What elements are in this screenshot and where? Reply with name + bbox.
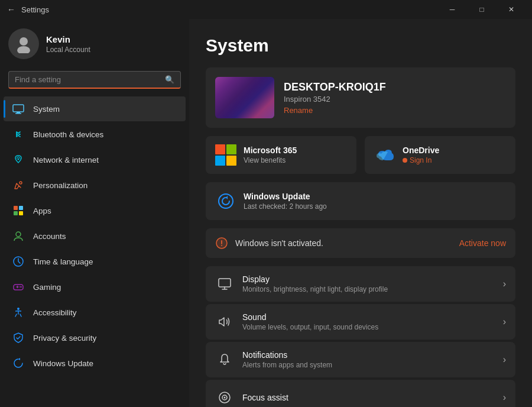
notifications-setting-row[interactable]: Notifications Alerts from apps and syste… bbox=[206, 342, 515, 377]
sound-title: Sound bbox=[242, 312, 495, 322]
network-icon bbox=[12, 153, 25, 166]
onedrive-card[interactable]: OneDrive Sign In bbox=[365, 136, 515, 174]
windows-update-card[interactable]: Windows Update Last checked: 2 hours ago bbox=[206, 182, 515, 220]
user-profile[interactable]: Kevin Local Account bbox=[0, 19, 189, 69]
sidebar-item-privacy[interactable]: Privacy & security bbox=[4, 325, 186, 350]
accessibility-icon bbox=[12, 306, 25, 319]
sidebar-item-gaming[interactable]: Gaming bbox=[4, 274, 186, 299]
user-account-type: Local Account bbox=[46, 46, 90, 54]
svg-rect-21 bbox=[219, 279, 231, 287]
system-icon bbox=[12, 102, 25, 115]
search-box[interactable]: 🔍 bbox=[8, 71, 181, 89]
sidebar-item-label-bluetooth: Bluetooth & devices bbox=[33, 130, 103, 139]
user-info: Kevin Local Account bbox=[46, 34, 90, 54]
update-title: Windows Update bbox=[244, 192, 327, 201]
update-subtitle: Last checked: 2 hours ago bbox=[244, 202, 327, 211]
sidebar-item-label-windows-update: Windows Update bbox=[33, 359, 93, 368]
focus-assist-title: Focus assist bbox=[242, 393, 495, 402]
sound-icon bbox=[215, 312, 234, 331]
sidebar: Kevin Local Account 🔍 Syst bbox=[0, 19, 189, 407]
windows-update-icon bbox=[12, 357, 25, 370]
gaming-icon bbox=[12, 280, 25, 293]
settings-list: Display Monitors, brightness, night ligh… bbox=[206, 266, 515, 407]
device-card[interactable]: DESKTOP-KROIQ1F Inspiron 3542 Rename bbox=[206, 67, 515, 128]
search-container: 🔍 bbox=[0, 69, 189, 96]
privacy-icon bbox=[12, 331, 25, 344]
sound-subtitle: Volume levels, output, input, sound devi… bbox=[242, 323, 495, 331]
notifications-text: Notifications Alerts from apps and syste… bbox=[242, 350, 495, 369]
sidebar-item-label-privacy: Privacy & security bbox=[33, 334, 96, 343]
sidebar-item-accessibility[interactable]: Accessibility bbox=[4, 300, 186, 325]
sidebar-item-apps[interactable]: Apps bbox=[4, 198, 186, 223]
sidebar-item-label-apps: Apps bbox=[33, 206, 51, 215]
svg-point-5 bbox=[18, 159, 20, 160]
focus-assist-icon bbox=[215, 388, 234, 407]
ms365-subtitle: View benefits bbox=[244, 156, 297, 164]
ms365-card[interactable]: Microsoft 365 View benefits bbox=[206, 136, 356, 174]
titlebar-title: Settings bbox=[21, 5, 439, 14]
sidebar-item-label-network: Network & internet bbox=[33, 156, 99, 164]
sidebar-item-network[interactable]: Network & internet bbox=[4, 147, 186, 172]
svg-point-17 bbox=[219, 194, 233, 208]
ms365-text: Microsoft 365 View benefits bbox=[244, 146, 297, 164]
display-chevron-icon: › bbox=[503, 279, 506, 289]
search-icon: 🔍 bbox=[165, 75, 174, 84]
sidebar-item-time[interactable]: Time & language bbox=[4, 249, 186, 274]
svg-rect-9 bbox=[14, 211, 18, 215]
svg-point-1 bbox=[17, 46, 30, 53]
activation-card: Windows isn't activated. Activate now bbox=[206, 228, 515, 258]
svg-point-20 bbox=[221, 245, 222, 246]
notifications-icon bbox=[215, 350, 234, 369]
display-setting-row[interactable]: Display Monitors, brightness, night ligh… bbox=[206, 266, 515, 302]
ms365-icon bbox=[215, 144, 236, 166]
main-layout: Kevin Local Account 🔍 Syst bbox=[0, 19, 532, 407]
close-button[interactable]: ✕ bbox=[498, 0, 525, 19]
sidebar-item-personalization[interactable]: Personalization bbox=[4, 173, 186, 198]
bluetooth-icon bbox=[12, 128, 25, 141]
svg-point-15 bbox=[21, 286, 22, 288]
back-button[interactable]: ← bbox=[7, 5, 15, 14]
onedrive-icon bbox=[374, 144, 395, 166]
focus-assist-chevron-icon: › bbox=[503, 392, 506, 403]
apps-icon bbox=[12, 204, 25, 217]
sidebar-nav: System Bluetooth & devices bbox=[0, 96, 189, 376]
svg-rect-3 bbox=[17, 112, 20, 113]
sidebar-item-label-accounts: Accounts bbox=[33, 232, 66, 241]
svg-point-0 bbox=[20, 37, 28, 46]
sidebar-item-label-accessibility: Accessibility bbox=[33, 308, 77, 317]
device-model: Inspiron 3542 bbox=[284, 95, 386, 104]
page-title: System bbox=[206, 35, 515, 56]
titlebar: ← Settings ─ □ ✕ bbox=[0, 0, 532, 19]
focus-assist-text: Focus assist bbox=[242, 393, 495, 402]
sidebar-item-label-system: System bbox=[33, 105, 60, 114]
display-icon bbox=[215, 274, 234, 293]
ms365-title: Microsoft 365 bbox=[244, 146, 297, 155]
search-input[interactable] bbox=[15, 75, 160, 84]
svg-rect-8 bbox=[19, 206, 23, 210]
sidebar-item-accounts[interactable]: Accounts bbox=[4, 224, 186, 248]
time-icon bbox=[12, 255, 25, 268]
update-icon bbox=[215, 190, 236, 212]
notifications-chevron-icon: › bbox=[503, 354, 506, 365]
activation-text: Windows isn't activated. bbox=[235, 238, 452, 248]
update-text: Windows Update Last checked: 2 hours ago bbox=[244, 192, 327, 211]
sidebar-item-windows-update[interactable]: Windows Update bbox=[4, 351, 186, 376]
focus-assist-setting-row[interactable]: Focus assist › bbox=[206, 380, 515, 407]
svg-rect-4 bbox=[15, 113, 21, 114]
accounts-icon bbox=[12, 230, 25, 243]
maximize-button[interactable]: □ bbox=[468, 0, 495, 19]
minimize-button[interactable]: ─ bbox=[439, 0, 466, 19]
sidebar-item-bluetooth[interactable]: Bluetooth & devices bbox=[4, 122, 186, 147]
notifications-subtitle: Alerts from apps and system bbox=[242, 361, 495, 369]
notifications-title: Notifications bbox=[242, 350, 495, 360]
device-rename-link[interactable]: Rename bbox=[284, 106, 386, 115]
sound-setting-row[interactable]: Sound Volume levels, output, input, soun… bbox=[206, 304, 515, 340]
activation-link[interactable]: Activate now bbox=[459, 238, 506, 248]
sidebar-item-system[interactable]: System bbox=[4, 96, 186, 121]
quick-cards-row: Microsoft 365 View benefits OneDrive Sig… bbox=[206, 136, 515, 174]
sidebar-item-label-time: Time & language bbox=[33, 257, 93, 266]
onedrive-title: OneDrive bbox=[403, 146, 439, 155]
content-area: System DESKTOP-KROIQ1F Inspiron 3542 Ren… bbox=[189, 19, 532, 407]
onedrive-text: OneDrive Sign In bbox=[403, 146, 439, 164]
svg-point-11 bbox=[16, 232, 21, 237]
